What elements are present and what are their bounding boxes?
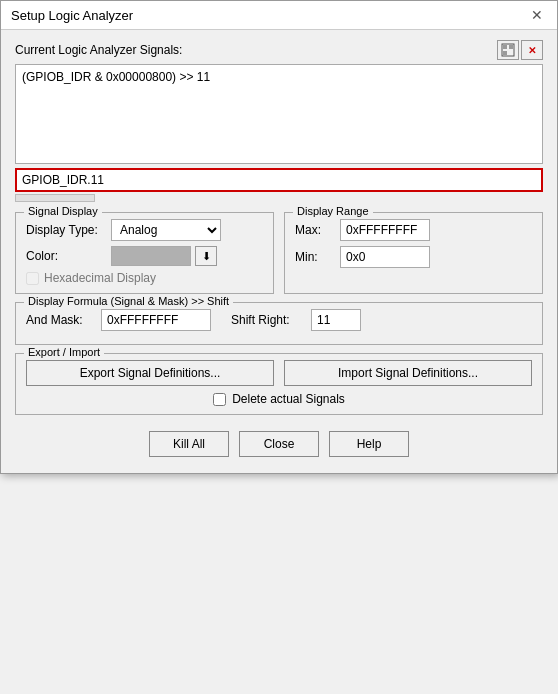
hexadecimal-row: Hexadecimal Display [26,271,263,285]
close-window-button[interactable]: ✕ [527,7,547,23]
color-label: Color: [26,249,111,263]
signal-list-item[interactable]: (GPIOB_IDR & 0x00000800) >> 11 [20,69,538,85]
svg-rect-2 [509,45,513,49]
signal-edit-input[interactable] [15,168,543,192]
display-formula-legend: Display Formula (Signal & Mask) >> Shift [24,295,233,307]
and-mask-label: And Mask: [26,313,101,327]
display-type-row: Display Type: Analog [26,219,263,241]
display-type-label: Display Type: [26,223,111,237]
add-icon [501,43,515,57]
delete-signals-checkbox[interactable] [213,393,226,406]
shift-right-label: Shift Right: [231,313,311,327]
export-import-group: Export / Import Export Signal Definition… [15,353,543,415]
setup-logic-analyzer-dialog: Setup Logic Analyzer ✕ Current Logic Ana… [0,0,558,474]
color-picker-button[interactable]: ⬇ [195,246,217,266]
color-row: Color: ⬇ [26,246,263,266]
remove-signal-button[interactable]: ✕ [521,40,543,60]
bottom-buttons: Kill All Close Help [15,423,543,463]
kill-all-button[interactable]: Kill All [149,431,229,457]
import-signal-button[interactable]: Import Signal Definitions... [284,360,532,386]
close-button[interactable]: Close [239,431,319,457]
display-range-legend: Display Range [293,205,373,217]
title-bar: Setup Logic Analyzer ✕ [1,1,557,30]
min-label: Min: [295,250,340,264]
middle-groups-row: Signal Display Display Type: Analog Colo… [15,212,543,294]
signals-list[interactable]: (GPIOB_IDR & 0x00000800) >> 11 [15,64,543,164]
shift-right-input[interactable] [311,309,361,331]
and-mask-input[interactable] [101,309,211,331]
formula-row: And Mask: Shift Right: [26,309,532,331]
add-signal-button[interactable] [497,40,519,60]
signals-header: Current Logic Analyzer Signals: ✕ [15,40,543,60]
delete-signals-row: Delete actual Signals [26,392,532,406]
svg-rect-3 [503,51,507,55]
display-formula-group: Display Formula (Signal & Mask) >> Shift… [15,302,543,345]
signals-section: Current Logic Analyzer Signals: ✕ (GPIOB… [15,40,543,202]
display-type-select[interactable]: Analog [111,219,221,241]
dialog-title: Setup Logic Analyzer [11,8,133,23]
max-label: Max: [295,223,340,237]
svg-rect-1 [503,45,507,49]
help-button[interactable]: Help [329,431,409,457]
max-row: Max: [295,219,532,241]
dialog-body: Current Logic Analyzer Signals: ✕ (GPIOB… [1,30,557,473]
signal-display-group: Signal Display Display Type: Analog Colo… [15,212,274,294]
export-import-buttons-row: Export Signal Definitions... Import Sign… [26,360,532,386]
signal-edit-row [15,168,543,192]
export-signal-button[interactable]: Export Signal Definitions... [26,360,274,386]
color-swatch-row: ⬇ [111,246,217,266]
list-scrollbar[interactable] [15,194,95,202]
min-input[interactable] [340,246,430,268]
export-import-legend: Export / Import [24,346,104,358]
hexadecimal-checkbox[interactable] [26,272,39,285]
min-row: Min: [295,246,532,268]
max-input[interactable] [340,219,430,241]
color-swatch [111,246,191,266]
signals-label: Current Logic Analyzer Signals: [15,43,182,57]
hexadecimal-label: Hexadecimal Display [44,271,156,285]
display-range-group: Display Range Max: Min: [284,212,543,294]
signals-toolbar: ✕ [497,40,543,60]
delete-signals-label: Delete actual Signals [232,392,345,406]
signal-display-legend: Signal Display [24,205,102,217]
